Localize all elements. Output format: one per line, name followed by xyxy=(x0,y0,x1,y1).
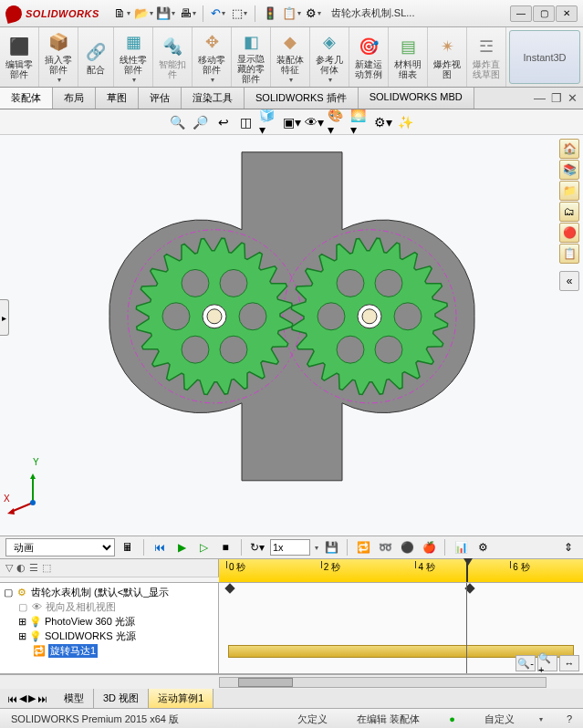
results-icon[interactable]: 📊 xyxy=(452,538,470,556)
close-button[interactable]: ✕ xyxy=(556,5,578,22)
timeline-tracks[interactable]: 🔍- 🔍+ ↔ xyxy=(219,583,583,673)
rebuild-icon[interactable]: 🚦 xyxy=(260,4,280,24)
ribbon-edit-part[interactable]: ⬛编辑零 部件 xyxy=(0,27,39,87)
ribbon-exploded[interactable]: ✴爆炸视 图 xyxy=(428,27,467,87)
save-anim-icon[interactable]: 💾 xyxy=(322,538,340,556)
options-icon[interactable]: 📋▾ xyxy=(282,4,302,24)
doc-close-icon[interactable]: ✕ xyxy=(566,91,579,105)
view-palette-icon[interactable]: 🗂 xyxy=(559,202,579,222)
motor-icon[interactable]: 🔁 xyxy=(354,538,372,556)
time-cursor[interactable] xyxy=(466,559,468,582)
tree-row-rotary-motor[interactable]: 🔁旋转马达1 xyxy=(4,643,214,658)
ribbon-explode-line[interactable]: ☲爆炸直 线草图 xyxy=(467,27,506,87)
zoom-in-icon[interactable]: 🔍+ xyxy=(537,655,557,671)
tree-row-root[interactable]: ▢⚙齿轮水表机制 (默认<默认_显示 xyxy=(4,585,214,599)
tab-layout[interactable]: 布局 xyxy=(53,88,96,109)
expand-icon[interactable]: « xyxy=(559,271,579,291)
status-rebuild-icon[interactable]: ● xyxy=(443,713,461,724)
zoom-fit-icon[interactable]: 🔍 xyxy=(168,112,188,132)
view-settings-icon[interactable]: ⚙▾ xyxy=(373,112,393,132)
view-orient-icon[interactable]: 🧊▾ xyxy=(259,112,279,132)
settings-icon[interactable]: ⚙ xyxy=(474,538,492,556)
open-icon[interactable]: 📂▾ xyxy=(134,4,154,24)
tree-row-orientation[interactable]: ▢👁视向及相机视图 xyxy=(4,599,214,614)
tab-nav-last-icon[interactable]: ⏭ xyxy=(37,693,47,704)
hide-show-icon[interactable]: 👁▾ xyxy=(305,112,325,132)
tab-motion-study-1[interactable]: 运动算例1 xyxy=(149,689,213,708)
filter2-icon[interactable]: ◐ xyxy=(16,562,26,574)
filter3-icon[interactable]: ☰ xyxy=(29,562,38,574)
scrollbar-thumb[interactable] xyxy=(238,678,293,687)
select-icon[interactable]: ⬚▾ xyxy=(230,4,250,24)
zoom-out-icon[interactable]: 🔍- xyxy=(515,655,536,671)
render-icon[interactable]: ✨ xyxy=(396,112,416,132)
appearances-icon[interactable]: 🔴 xyxy=(559,223,579,243)
ribbon-linear-pattern[interactable]: ▦线性零 部件▾ xyxy=(114,27,153,87)
doc-minimize-icon[interactable]: — xyxy=(532,91,547,105)
stop-icon[interactable]: ■ xyxy=(216,538,234,556)
section-icon[interactable]: ◫ xyxy=(236,112,256,132)
play-start-icon[interactable]: ⏮ xyxy=(151,538,169,556)
ribbon-bom[interactable]: ▤材料明 细表 xyxy=(389,27,428,87)
zoom-area-icon[interactable]: 🔎 xyxy=(191,112,211,132)
tab-nav-first-icon[interactable]: ⏮ xyxy=(7,693,17,704)
ribbon-show-hide[interactable]: ◧显示隐 藏的零 部件 xyxy=(232,27,271,87)
new-icon[interactable]: 🗎▾ xyxy=(112,4,132,24)
gravity-icon[interactable]: 🍎 xyxy=(420,538,438,556)
timeline-ruler[interactable]: 0 秒 2 秒 4 秒 6 秒 xyxy=(219,559,583,582)
ribbon-mate[interactable]: 🔗配合 xyxy=(78,27,114,87)
keyframe-icon[interactable] xyxy=(224,583,234,593)
filter-icon[interactable]: ▽ xyxy=(5,562,13,574)
settings-icon[interactable]: ⚙▾ xyxy=(304,4,324,24)
ribbon-assy-feat[interactable]: ◆装配体 特征▾ xyxy=(271,27,310,87)
custom-props-icon[interactable]: 📋 xyxy=(559,244,579,264)
feature-tree-flyout-tab[interactable]: ▸ xyxy=(0,299,9,336)
tab-render[interactable]: 渲染工具 xyxy=(182,88,245,109)
tree-row-pv360-lights[interactable]: ⊞💡PhotoView 360 光源 xyxy=(4,614,214,629)
tab-model[interactable]: 模型 xyxy=(55,689,94,708)
tree-row-sw-lights[interactable]: ⊞💡SOLIDWORKS 光源 xyxy=(4,629,214,643)
timeline-scrollbar[interactable] xyxy=(0,674,583,689)
appearance-icon[interactable]: 🎨▾ xyxy=(328,112,348,132)
play-icon[interactable]: ▶ xyxy=(172,538,191,556)
motion-type-select[interactable]: 动画 xyxy=(5,538,115,556)
instant3d-button[interactable]: Instant3D xyxy=(509,30,580,84)
calculate-icon[interactable]: 🖩 xyxy=(119,538,137,556)
scene-icon[interactable]: 🌅▾ xyxy=(350,112,370,132)
undo-icon[interactable]: ↶▾ xyxy=(208,4,228,24)
loop-icon[interactable]: ↻▾ xyxy=(248,538,266,556)
minimize-button[interactable]: — xyxy=(510,5,532,22)
ribbon-ref-geom[interactable]: ◈参考几 何体▾ xyxy=(310,27,349,87)
tab-mbd[interactable]: SOLIDWORKS MBD xyxy=(359,88,474,109)
design-lib-icon[interactable]: 📚 xyxy=(559,160,579,180)
status-custom[interactable]: 自定义 xyxy=(479,712,520,726)
tab-evaluate[interactable]: 评估 xyxy=(139,88,182,109)
doc-restore-icon[interactable]: ❐ xyxy=(549,91,564,105)
ribbon-smart-fasteners[interactable]: 🔩智能扣 件 xyxy=(153,27,193,87)
tab-sketch[interactable]: 草图 xyxy=(96,88,139,109)
ribbon-new-motion[interactable]: 🎯新建运 动算例 xyxy=(349,27,389,87)
display-style-icon[interactable]: ▣▾ xyxy=(282,112,302,132)
resources-icon[interactable]: 🏠 xyxy=(559,139,579,159)
prev-view-icon[interactable]: ↩ xyxy=(213,112,234,132)
graphics-viewport[interactable]: ▸ Y X 🏠 📚 📁 🗂 🔴 📋 « xyxy=(0,135,583,536)
save-icon[interactable]: 💾▾ xyxy=(156,4,176,24)
tab-nav-prev-icon[interactable]: ◀ xyxy=(19,692,26,704)
print-icon[interactable]: 🖶▾ xyxy=(178,4,198,24)
zoom-fit-icon[interactable]: ↔ xyxy=(559,655,579,671)
collapse-icon[interactable]: ⇕ xyxy=(559,538,578,556)
ribbon-insert-part[interactable]: 📦插入零 部件▾ xyxy=(39,27,78,87)
playback-speed-input[interactable] xyxy=(270,539,310,556)
tab-3dview[interactable]: 3D 视图 xyxy=(94,689,149,708)
contact-icon[interactable]: ⚫ xyxy=(398,538,416,556)
filter4-icon[interactable]: ⬚ xyxy=(42,562,51,574)
status-help-icon[interactable]: ? xyxy=(561,713,578,724)
tab-assembly[interactable]: 装配体 xyxy=(0,88,53,109)
play-cursor-icon[interactable]: ▷ xyxy=(194,538,213,556)
maximize-button[interactable]: ▢ xyxy=(533,5,555,22)
ribbon-move-comp[interactable]: ✥移动零 部件▾ xyxy=(193,27,232,87)
spring-icon[interactable]: ➿ xyxy=(376,538,394,556)
tab-addins[interactable]: SOLIDWORKS 插件 xyxy=(245,88,359,109)
tab-nav-next-icon[interactable]: ▶ xyxy=(28,692,36,704)
file-explorer-icon[interactable]: 📁 xyxy=(559,181,579,201)
